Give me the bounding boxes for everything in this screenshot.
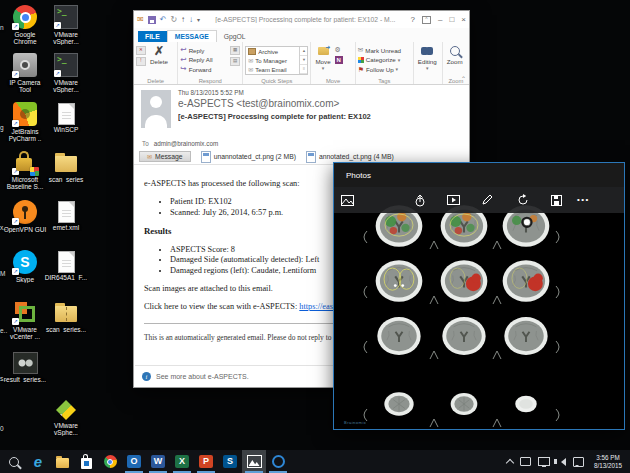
ribbon-options-button[interactable]: ^ (422, 16, 431, 24)
quick-step-to-manager[interactable]: ✉ To Manager (248, 58, 297, 64)
chevron-up-icon[interactable] (506, 458, 514, 466)
desktop-icon-label: emet.xml (44, 224, 88, 231)
calibration-mark (492, 291, 502, 309)
desktop-icon-fragment: 0 (0, 425, 4, 432)
desktop-icon-openvpn-gui[interactable]: ↗OpenVPN GUI (3, 200, 47, 233)
calibration-mark (360, 285, 368, 303)
tab-file[interactable]: FILE (138, 31, 167, 42)
save-icon[interactable] (148, 16, 156, 24)
footer-link[interactable]: See more about e-ASPECTS. (156, 373, 249, 380)
desktop-icon-label: scan_series (44, 176, 88, 183)
slideshow-icon[interactable] (447, 187, 460, 213)
next-item-icon[interactable]: ↓ (189, 15, 193, 25)
taskbar-lync[interactable]: S (218, 450, 242, 473)
action-center-icon[interactable] (573, 457, 584, 467)
desktop-icon-scan-series[interactable]: scan_series... (44, 300, 88, 333)
close-button[interactable]: × (461, 15, 466, 24)
taskbar-powerpoint[interactable]: P (194, 450, 218, 473)
edit-icon[interactable] (481, 187, 493, 213)
system-tray: 3:56 PM 8/13/2015 (507, 454, 630, 469)
quick-steps-scrollbar[interactable]: ▲ ▼ ≡ (299, 47, 307, 74)
doc-icon (58, 201, 75, 223)
junk-icon[interactable]: ! (136, 57, 146, 66)
desktop-icon-result-series[interactable]: result_series... (3, 350, 47, 383)
powerpoint-icon: P (199, 455, 213, 468)
scroll-down-icon[interactable]: ▼ (300, 56, 307, 65)
taskbar-app[interactable] (266, 450, 290, 473)
taskbar-excel[interactable]: X (170, 450, 194, 473)
taskbar-chrome[interactable] (98, 450, 122, 473)
editing-button[interactable]: Editing ▾ (416, 44, 439, 76)
ct-scan-slice-plain (373, 314, 425, 362)
desktop-icon-google-chrome[interactable]: ↗Google Chrome (3, 5, 47, 45)
thumb-icon (13, 352, 38, 374)
taskbar-photos[interactable] (242, 450, 266, 473)
taskbar-clock[interactable]: 3:56 PM 8/13/2015 (591, 454, 625, 469)
tab-message[interactable]: MESSAGE (167, 30, 217, 42)
taskbar-search[interactable] (2, 450, 26, 473)
desktop-icon-microsoft-baseline-s[interactable]: ↗Microsoft Baseline S... (3, 150, 47, 190)
taskbar-store[interactable] (74, 450, 98, 473)
taskbar-file-explorer[interactable] (50, 450, 74, 473)
desktop-icon-vmware-vspher[interactable]: ↗VMware vSpher... (44, 53, 88, 93)
network-icon[interactable] (538, 457, 550, 466)
plug-icon[interactable] (520, 457, 531, 466)
desktop-icon-winscp[interactable]: WinSCP (44, 102, 88, 133)
scroll-more-icon[interactable]: ≡ (300, 65, 307, 74)
move-button[interactable]: Move ▾ (313, 44, 332, 76)
taskbar-edge[interactable]: e (26, 450, 50, 473)
desktop-icon-skype[interactable]: ↗Skype (3, 250, 47, 283)
zoom-button[interactable]: Zoom (445, 44, 465, 76)
move-folder-icon (318, 47, 329, 55)
desktop-icon-vmware-vcenter[interactable]: ↗VMware vCenter ... (3, 300, 47, 340)
reply-all-button[interactable]: ↩ Reply All (180, 56, 228, 65)
desktop-icon-ip-camera-tool[interactable]: ↗IP Camera Tool (3, 53, 47, 93)
collection-icon[interactable] (341, 187, 354, 213)
more-icon[interactable]: ••• (577, 187, 590, 213)
help-button[interactable]: ? (411, 15, 415, 24)
share-icon[interactable] (414, 187, 426, 213)
taskbar-outlook[interactable]: O (122, 450, 146, 473)
tab-gpgol[interactable]: GpgOL (217, 31, 253, 42)
desktop-icon-jetbrains-pycharm[interactable]: ↗JetBrains PyCharm .. (3, 102, 47, 142)
photos-image-area[interactable]: Brainomix (334, 187, 624, 429)
desktop-icon-dir645a1-f[interactable]: DIR645A1_F... (44, 250, 88, 281)
vmcli-icon: ↗ (54, 53, 78, 77)
desktop-icon-vmware-vspher[interactable]: ↗VMware vSpher... (44, 5, 88, 45)
ignore-icon[interactable]: ✕ (136, 46, 146, 55)
desktop-icon-emet-xml[interactable]: emet.xml (44, 200, 88, 231)
message-tab[interactable]: ✉ Message (139, 151, 191, 162)
im-icon[interactable]: ▤ (230, 57, 240, 66)
collapse-ribbon-icon[interactable]: ⌃ (461, 75, 466, 82)
save-icon[interactable] (551, 187, 562, 213)
follow-up-button[interactable]: ⚑ Follow Up ▾ (358, 65, 411, 74)
quick-step-archive[interactable]: Archive (248, 48, 297, 55)
email-from: e-ASPECTS <test@brainomix.com> (178, 98, 455, 109)
maximize-button[interactable]: □ (449, 15, 454, 24)
undo-icon[interactable]: ↶ (160, 15, 167, 25)
desktop-icon-label: VMware vSpher... (44, 79, 88, 93)
attachment-annotated[interactable]: annotated_ct.png (4 MB) (306, 151, 394, 163)
redo-icon[interactable]: ↻ (170, 15, 177, 25)
rotate-icon[interactable] (517, 187, 529, 213)
quick-step-team-email[interactable]: ✉ Team Email (248, 67, 297, 73)
reply-button[interactable]: ↩ Reply (180, 46, 228, 55)
desktop-icon-label: Google Chrome (3, 31, 47, 45)
ct-scan-slice-outlined (371, 257, 427, 309)
rules-icon[interactable]: ⚙ (335, 46, 343, 54)
scroll-up-icon[interactable]: ▲ (300, 47, 307, 56)
taskbar-word[interactable]: W (146, 450, 170, 473)
mark-unread-button[interactable]: ✉ Mark Unread (358, 46, 411, 55)
attachment-unannotated[interactable]: unannotated_ct.png (2 MB) (201, 151, 296, 163)
forward-button[interactable]: ↪ Forward (180, 65, 228, 74)
minimize-button[interactable]: – (438, 15, 442, 24)
desktop-icon-vmware-vsphe[interactable]: ↗VMware vSphe... (44, 398, 88, 436)
previous-item-icon[interactable]: ↑ (181, 15, 185, 25)
easpects-link[interactable]: https://easp (299, 302, 337, 311)
categorize-button[interactable]: Categorize ▾ (358, 56, 411, 65)
meeting-icon[interactable]: ▦ (230, 46, 240, 55)
delete-button[interactable]: ✗ Delete (148, 44, 170, 76)
onenote-icon[interactable]: N (335, 56, 343, 64)
desktop-icon-scan-series[interactable]: scan_series (44, 150, 88, 183)
volume-icon[interactable] (557, 458, 566, 466)
